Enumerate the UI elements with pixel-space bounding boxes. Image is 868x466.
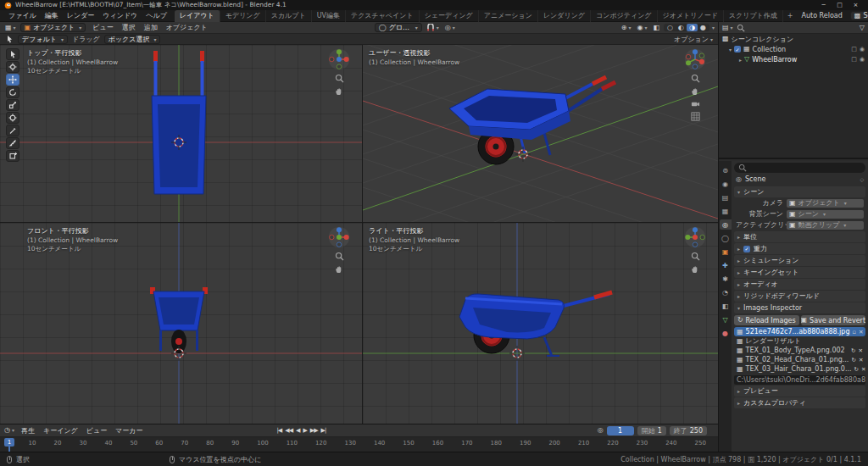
save-and-revert-button[interactable]: ▣Save and Revert bbox=[801, 315, 866, 325]
toggle-xray-button[interactable]: ◧ bbox=[651, 25, 661, 31]
active-image-field[interactable]: ▦ 521ee7462c7...ab880a888.jpg ▫ ✕ bbox=[734, 327, 865, 336]
viewport-right[interactable]: ライト・平行投影 (1) Collection | WheelBarrow 10… bbox=[363, 223, 718, 424]
section-keying-sets[interactable]: キーイングセット bbox=[734, 267, 865, 278]
proportional-edit-button[interactable]: ◎ bbox=[443, 25, 457, 31]
auto-keyframe-icon[interactable]: ◎ bbox=[598, 427, 604, 434]
tool-annotate[interactable] bbox=[6, 125, 19, 136]
tab-scene[interactable]: ◎ bbox=[720, 219, 732, 230]
properties-search-field[interactable] bbox=[734, 163, 865, 173]
reload-image-icon[interactable]: ↻ bbox=[851, 347, 855, 354]
zoom-icon[interactable] bbox=[335, 74, 344, 83]
timeline-menu-item[interactable]: 再生 bbox=[17, 426, 39, 435]
property-field[interactable]: ▣動画クリップ bbox=[787, 221, 864, 230]
tool-measure[interactable] bbox=[6, 137, 19, 149]
zoom-icon[interactable] bbox=[691, 74, 700, 83]
tool-select-box[interactable] bbox=[6, 48, 19, 60]
workspace-tab[interactable]: モデリング bbox=[220, 10, 266, 22]
navigation-gizmo[interactable] bbox=[684, 48, 706, 70]
tab-render[interactable]: ◉ bbox=[720, 179, 732, 189]
filter-icon[interactable]: ▽ bbox=[860, 25, 865, 31]
workspace-tab[interactable]: レイアウト bbox=[175, 10, 220, 22]
search-icon[interactable] bbox=[737, 24, 745, 32]
tool-move[interactable] bbox=[6, 74, 19, 86]
maximize-button[interactable]: □ bbox=[832, 2, 848, 8]
section-preview[interactable]: プレビュー bbox=[734, 386, 865, 397]
disable-render-icon[interactable]: ◉ bbox=[860, 56, 865, 63]
image-row[interactable]: ▦ TEX_01_Body_TypeA.png.002 ↻ ✕ bbox=[734, 346, 865, 355]
image-path-field[interactable]: C:\Users\tsuki\OneDri...2d64fab880a888.j… bbox=[734, 375, 865, 385]
minimize-button[interactable]: ─ bbox=[815, 2, 832, 8]
tab-output[interactable]: ▤ bbox=[720, 192, 732, 202]
show-gizmo-button[interactable]: ⊕ bbox=[620, 25, 633, 31]
workspace-tab[interactable]: レンダリング bbox=[538, 10, 591, 22]
workspace-tab[interactable]: ジオメトリノード bbox=[658, 10, 724, 22]
topbar-menu-item[interactable]: レンダー bbox=[63, 11, 99, 20]
section-custom-properties[interactable]: カスタムプロパティ bbox=[734, 397, 865, 408]
add-workspace-button[interactable]: + bbox=[783, 12, 798, 19]
tab-object[interactable]: ▣ bbox=[720, 247, 732, 257]
outliner-row-collection[interactable]: ▾ ▦ Collection □ ◉ bbox=[719, 44, 868, 54]
timeline-menu-item[interactable]: マーカー bbox=[111, 426, 147, 435]
timeline-menu-item[interactable]: ビュー bbox=[82, 426, 111, 435]
viewport-menu-item[interactable]: 追加 bbox=[140, 23, 162, 32]
topbar-menu-item[interactable]: ウィンドウ bbox=[98, 11, 142, 20]
expand-icon[interactable]: ▸ bbox=[739, 57, 742, 63]
image-row-render-result[interactable]: ▦ レンダーリザルト bbox=[734, 336, 865, 346]
shading-solid-button[interactable]: ◐ bbox=[676, 24, 687, 31]
gravity-checkbox[interactable] bbox=[743, 246, 750, 252]
prev-keyframe-button[interactable]: ◀◀ bbox=[285, 427, 292, 434]
tab-particles[interactable]: ✱ bbox=[720, 274, 732, 284]
pan-hand-icon[interactable] bbox=[335, 264, 344, 274]
hide-viewport-icon[interactable]: □ bbox=[851, 46, 857, 53]
unlink-image-icon[interactable]: ✕ bbox=[861, 366, 865, 373]
navigation-gizmo[interactable] bbox=[328, 48, 350, 70]
section-rigid-body-world[interactable]: リジッドボディワールド bbox=[734, 291, 865, 302]
shading-wireframe-button[interactable]: ○ bbox=[665, 24, 676, 31]
shading-dropdown-caret[interactable]: ▾ bbox=[712, 25, 715, 31]
fake-user-icon[interactable]: ▫ bbox=[853, 329, 856, 336]
scene-selector[interactable]: ▩ Scene × bbox=[850, 11, 868, 20]
tab-physics[interactable]: ◔ bbox=[720, 287, 732, 297]
pan-hand-icon[interactable] bbox=[335, 86, 344, 96]
outliner-row-wheelbarrow[interactable]: ▸ ▽ WheelBarrow □ ◉ bbox=[719, 54, 868, 64]
reload-images-button[interactable]: ↻Reload Images bbox=[734, 315, 799, 325]
timeline-menu-item[interactable]: キーイング bbox=[39, 426, 82, 435]
tab-constraints[interactable]: ◧ bbox=[720, 301, 732, 311]
timeline-ruler[interactable]: 1 11020304050607080901001101201301401501… bbox=[0, 437, 718, 452]
frame-end-field[interactable]: 終了 250 bbox=[670, 426, 707, 435]
collection-checkbox[interactable] bbox=[734, 46, 741, 53]
viewport-front[interactable]: フロント・平行投影 (1) Collection | WheelBarrow 1… bbox=[0, 223, 362, 424]
section-audio[interactable]: オーディオ bbox=[734, 279, 865, 290]
viewport-top[interactable]: トップ・平行投影 (1) Collection | WheelBarrow 10… bbox=[0, 45, 362, 222]
unlink-image-icon[interactable]: ✕ bbox=[859, 357, 863, 363]
tab-view-layer[interactable]: ▦ bbox=[720, 206, 732, 216]
navigation-gizmo[interactable] bbox=[684, 226, 706, 248]
topbar-menu-item[interactable]: ヘルプ bbox=[142, 11, 171, 20]
editor-outliner-icon[interactable]: ▤ bbox=[722, 25, 733, 31]
tab-object-data[interactable]: ▽ bbox=[720, 314, 732, 325]
reload-image-icon[interactable]: ↻ bbox=[851, 357, 855, 363]
drag-mode-selector[interactable]: ボックス選択 bbox=[104, 35, 161, 44]
current-frame-field[interactable]: 1 bbox=[607, 426, 634, 435]
unlink-image-icon[interactable]: ✕ bbox=[859, 329, 863, 336]
frame-start-field[interactable]: 開始 1 bbox=[637, 426, 666, 435]
tool-transform[interactable] bbox=[6, 112, 19, 124]
shading-material-button[interactable]: ◑ bbox=[687, 24, 698, 31]
orientation-selector[interactable]: ◯ グローバル bbox=[375, 23, 422, 32]
editor-timeline-icon[interactable]: ◷ bbox=[4, 427, 14, 434]
tool-cursor[interactable] bbox=[6, 61, 19, 73]
pin-icon[interactable]: ◇ bbox=[860, 176, 864, 182]
shading-rendered-button[interactable]: ● bbox=[698, 24, 709, 31]
auto-reload-button[interactable]: Auto Reload bbox=[797, 12, 846, 19]
property-field[interactable]: ▣シーン bbox=[787, 210, 864, 219]
section-units[interactable]: 単位 bbox=[734, 231, 865, 242]
toggle-grid-icon[interactable] bbox=[691, 112, 700, 121]
outliner-row-scene-collection[interactable]: ▩ シーンコレクション bbox=[719, 34, 868, 44]
next-keyframe-button[interactable]: ▶▶ bbox=[310, 427, 318, 434]
pan-hand-icon[interactable] bbox=[691, 86, 700, 96]
viewport-user[interactable]: ユーザー・透視投影 (1) Collection | WheelBarrow bbox=[363, 45, 718, 222]
workspace-tab[interactable]: テクスチャペイント bbox=[346, 10, 420, 22]
jump-to-start-button[interactable]: |◀ bbox=[277, 427, 282, 434]
workspace-tab[interactable]: シェーディング bbox=[420, 10, 479, 22]
zoom-icon[interactable] bbox=[691, 252, 700, 261]
